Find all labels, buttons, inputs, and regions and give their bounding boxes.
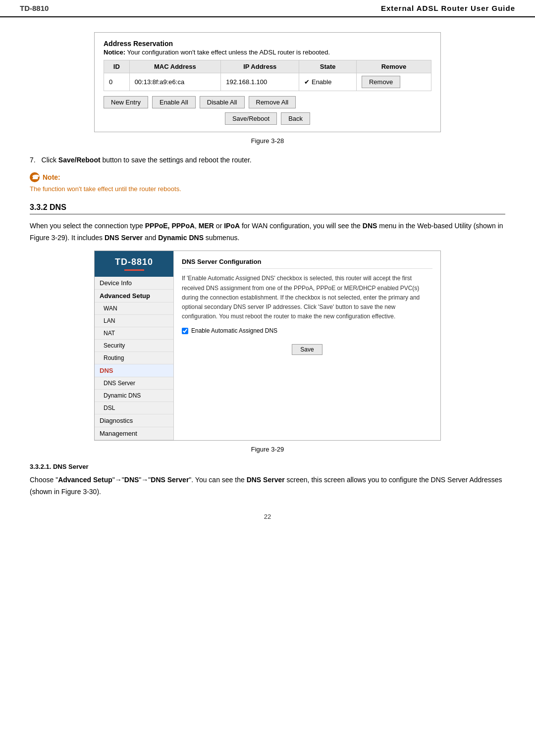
sidebar-item-diagnostics[interactable]: Diagnostics: [95, 414, 173, 427]
figure-28-box: Address Reservation Notice: Your configu…: [94, 32, 441, 132]
sidebar-items: Device InfoAdvanced SetupWANLANNATSecuri…: [95, 277, 173, 440]
cell-id: 0: [104, 73, 130, 91]
cell-state: ✔ Enable: [299, 73, 357, 91]
note-box: ☎ Note: The function won't take effect u…: [30, 172, 505, 194]
sidebar-logo: TD-8810: [95, 251, 173, 277]
para-bold6: Dynamic DNS: [158, 234, 204, 242]
figure-29-caption: Figure 3-29: [30, 446, 505, 453]
dns-save-button[interactable]: Save: [292, 344, 322, 355]
notice-text: Your configuration won't take effect unl…: [127, 49, 330, 56]
sidebar-item-dynamic-dns[interactable]: Dynamic DNS: [95, 390, 173, 402]
step-7: 7. Click Save/Reboot button to save the …: [30, 154, 505, 165]
sidebar-item-nat[interactable]: NAT: [95, 327, 173, 340]
disable-all-button[interactable]: Disable All: [200, 96, 245, 108]
sidebar-logo-text: TD-8810: [115, 257, 153, 267]
enable-all-button[interactable]: Enable All: [152, 96, 196, 108]
cell-remove: Remove: [356, 73, 431, 91]
new-entry-button[interactable]: New Entry: [104, 96, 148, 108]
addr-res-title: Address Reservation: [104, 40, 431, 48]
auto-dns-checkbox-row: Enable Automatic Assigned DNS: [182, 327, 432, 334]
para-bold2: MER: [199, 222, 214, 230]
cell-mac: 00:13:8f:a9:e6:ca: [129, 73, 221, 91]
section-3321-heading: 3.3.2.1. DNS Server: [30, 463, 505, 470]
section-332-para: When you select the connection type PPPo…: [30, 220, 505, 244]
section-332-heading: 3.3.2 DNS: [30, 203, 505, 214]
page-header: TD-8810 External ADSL Router User Guide: [0, 0, 535, 17]
col-mac: MAC Address: [129, 60, 221, 73]
model-label: TD-8810: [20, 4, 49, 12]
step-7-bold: Save/Reboot: [58, 156, 101, 164]
figure-28-caption: Figure 3-28: [30, 137, 505, 145]
note-title: ☎ Note:: [30, 172, 505, 182]
para-bold5: DNS Server: [105, 234, 143, 242]
button-row-1: New Entry Enable All Disable All Remove …: [104, 96, 431, 108]
para-bold1: PPPoE, PPPoA: [145, 222, 195, 230]
sidebar-item-dns[interactable]: DNS: [95, 364, 173, 377]
guide-title: External ADSL Router User Guide: [381, 4, 515, 12]
dns-config-title: DNS Server Configuration: [182, 258, 432, 269]
col-state: State: [299, 60, 357, 73]
router-sidebar: TD-8810 Device InfoAdvanced SetupWANLANN…: [95, 251, 174, 440]
note-label: Note:: [43, 173, 60, 181]
sidebar-item-advanced-setup[interactable]: Advanced Setup: [95, 290, 173, 302]
notice-label: Notice:: [104, 49, 125, 56]
page-content: Address Reservation Notice: Your configu…: [0, 27, 535, 540]
dns-config-body: If 'Enable Automatic Assigned DNS' check…: [182, 274, 432, 321]
note-content: The function won't take effect until the…: [30, 184, 505, 194]
note-icon: ☎: [30, 172, 40, 182]
sidebar-item-lan[interactable]: LAN: [95, 315, 173, 327]
sidebar-logo-bar: [124, 269, 144, 271]
remove-all-button[interactable]: Remove All: [249, 96, 296, 108]
save-button-row: Save: [182, 344, 432, 355]
auto-dns-label: Enable Automatic Assigned DNS: [191, 327, 277, 334]
sidebar-item-wan[interactable]: WAN: [95, 302, 173, 315]
sidebar-item-management[interactable]: Management: [95, 427, 173, 440]
sidebar-item-dns-server[interactable]: DNS Server: [95, 377, 173, 390]
sidebar-item-routing[interactable]: Routing: [95, 352, 173, 364]
figure-29-box: TD-8810 Device InfoAdvanced SetupWANLANN…: [94, 251, 441, 441]
col-ip: IP Address: [221, 60, 299, 73]
para-bold4: DNS: [363, 222, 377, 230]
cell-ip: 192.168.1.100: [221, 73, 299, 91]
col-remove: Remove: [356, 60, 431, 73]
para-before: When you select the connection type: [30, 222, 145, 230]
sidebar-item-device-info[interactable]: Device Info: [95, 277, 173, 290]
button-row-2: Save/Reboot Back: [104, 112, 431, 125]
auto-dns-checkbox[interactable]: [182, 328, 188, 334]
para-bold3: IPoA: [224, 222, 240, 230]
back-button[interactable]: Back: [281, 112, 310, 125]
table-row: 0 00:13:8f:a9:e6:ca 192.168.1.100 ✔ Enab…: [104, 73, 431, 91]
page-number: 22: [30, 513, 505, 520]
section-3321-para: Choose "Advanced Setup"→"DNS"→"DNS Serve…: [30, 474, 505, 498]
col-id: ID: [104, 60, 130, 73]
step-7-text-after: button to save the settings and reboot t…: [101, 156, 252, 164]
step-7-text-before: Click: [42, 156, 58, 164]
save-reboot-button[interactable]: Save/Reboot: [225, 112, 277, 125]
router-main: DNS Server Configuration If 'Enable Auto…: [174, 251, 440, 440]
step-7-number: 7.: [30, 156, 36, 164]
sidebar-item-dsl[interactable]: DSL: [95, 402, 173, 414]
remove-button[interactable]: Remove: [362, 76, 400, 88]
addr-res-table: ID MAC Address IP Address State Remove 0…: [104, 60, 431, 91]
addr-res-notice: Notice: Your configuration won't take ef…: [104, 49, 431, 56]
sidebar-item-security[interactable]: Security: [95, 340, 173, 352]
